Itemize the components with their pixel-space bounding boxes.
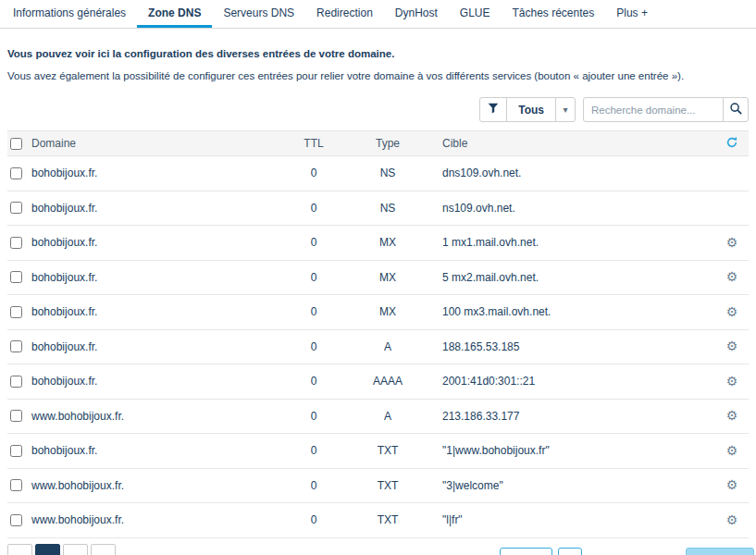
tab-t-ches-r-centes[interactable]: Tâches récentes xyxy=(502,0,606,28)
row-checkbox[interactable] xyxy=(10,376,22,388)
cell-ttl: 0 xyxy=(291,305,337,318)
row-actions-cell: ⚙ xyxy=(715,236,749,250)
partial-action-button-2[interactable] xyxy=(558,548,582,555)
pagination-page-button[interactable] xyxy=(63,544,88,555)
cell-domain: bohobijoux.fr. xyxy=(31,305,291,318)
filter-dropdown-toggle[interactable]: ▾ xyxy=(555,97,576,122)
tab-redirection[interactable]: Redirection xyxy=(305,0,384,28)
column-header-ttl[interactable]: TTL xyxy=(291,137,337,150)
row-checkbox-cell xyxy=(7,410,31,422)
refresh-button[interactable] xyxy=(715,136,749,152)
row-checkbox[interactable] xyxy=(10,306,22,318)
tab-serveurs-dns[interactable]: Serveurs DNS xyxy=(212,0,305,28)
row-checkbox-cell xyxy=(7,340,31,352)
row-checkbox[interactable] xyxy=(10,237,22,249)
search-group xyxy=(583,97,749,122)
pagination-prev-button[interactable] xyxy=(7,544,32,555)
table-row: bohobijoux.fr. 0 AAAA 2001:41d0:301::21 … xyxy=(7,364,749,400)
cell-type: TXT xyxy=(337,444,439,457)
pagination-next-button[interactable] xyxy=(91,544,116,555)
cell-domain: www.bohobijoux.fr. xyxy=(31,513,291,526)
row-actions-cell: ⚙ xyxy=(715,339,749,353)
cell-target: dns109.ovh.net. xyxy=(439,166,715,179)
row-checkbox[interactable] xyxy=(10,514,22,526)
cell-target: 1 mx1.mail.ovh.net. xyxy=(439,236,715,249)
filter-button[interactable] xyxy=(479,97,507,122)
cell-domain: bohobijoux.fr. xyxy=(31,375,291,388)
row-checkbox[interactable] xyxy=(10,410,22,422)
table-header-row: Domaine TTL Type Cible xyxy=(7,130,749,156)
intro-line1: Vous pouvez voir ici la configuration de… xyxy=(7,47,749,60)
row-actions-cell: ⚙ xyxy=(715,513,749,527)
column-header-domaine[interactable]: Domaine xyxy=(31,137,291,150)
cell-type: TXT xyxy=(337,513,439,526)
cell-domain: www.bohobijoux.fr. xyxy=(31,479,291,492)
cell-domain: www.bohobijoux.fr. xyxy=(31,410,291,423)
cell-ttl: 0 xyxy=(291,444,337,457)
row-checkbox[interactable] xyxy=(10,445,22,457)
row-actions-cell: ⚙ xyxy=(715,478,749,492)
cell-domain: bohobijoux.fr. xyxy=(31,340,291,353)
table-row: bohobijoux.fr. 0 MX 100 mx3.mail.ovh.net… xyxy=(7,295,749,330)
gear-icon[interactable]: ⚙ xyxy=(726,374,738,388)
gear-icon[interactable]: ⚙ xyxy=(726,408,738,423)
partial-action-button-1[interactable] xyxy=(500,548,552,555)
bottom-partial-buttons xyxy=(500,548,582,555)
dns-records-body: bohobijoux.fr. 0 NS dns109.ovh.net. ⚙ bo… xyxy=(7,156,749,538)
row-checkbox-cell xyxy=(7,306,31,318)
gear-icon[interactable]: ⚙ xyxy=(726,235,738,250)
dns-zone-page: Informations générales Zone DNS Serveurs… xyxy=(0,0,756,555)
gear-icon[interactable]: ⚙ xyxy=(726,512,738,527)
filter-type-dropdown[interactable]: Tous xyxy=(506,97,556,122)
magnifier-icon xyxy=(729,102,743,118)
row-checkbox[interactable] xyxy=(10,167,22,179)
tab-plus[interactable]: Plus + xyxy=(605,0,659,28)
cell-target: ns109.ovh.net. xyxy=(439,202,715,215)
gear-icon[interactable]: ⚙ xyxy=(726,304,738,319)
cell-type: MX xyxy=(337,271,439,284)
row-actions-cell: ⚙ xyxy=(715,270,749,284)
cell-target: 5 mx2.mail.ovh.net. xyxy=(439,271,715,284)
row-checkbox-cell xyxy=(7,514,31,526)
filter-type-value: Tous xyxy=(518,104,544,117)
gear-icon[interactable]: ⚙ xyxy=(726,477,738,492)
row-checkbox[interactable] xyxy=(10,202,22,214)
cell-target: 213.186.33.177 xyxy=(439,410,715,423)
row-checkbox-cell xyxy=(7,167,31,179)
row-actions-cell: ⚙ xyxy=(715,305,749,319)
partial-primary-button[interactable] xyxy=(686,548,754,555)
pagination-page-button-active[interactable] xyxy=(35,544,60,555)
tab-glue[interactable]: GLUE xyxy=(449,0,502,28)
column-header-type[interactable]: Type xyxy=(337,137,439,150)
tab-zone-dns[interactable]: Zone DNS xyxy=(137,0,212,28)
gear-icon[interactable]: ⚙ xyxy=(726,339,738,353)
table-row: www.bohobijoux.fr. 0 A 213.186.33.177 ⚙ xyxy=(7,400,749,435)
select-all-checkbox[interactable] xyxy=(10,138,22,150)
intro-line2: Vous avez également la possibilité de co… xyxy=(7,69,749,82)
row-checkbox[interactable] xyxy=(10,479,22,491)
tab-dynhost[interactable]: DynHost xyxy=(384,0,449,28)
row-actions-cell: ⚙ xyxy=(715,409,749,423)
cell-type: MX xyxy=(337,305,439,318)
cell-ttl: 0 xyxy=(291,271,337,284)
column-header-cible[interactable]: Cible xyxy=(439,137,715,150)
cell-type: MX xyxy=(337,236,439,249)
cell-type: A xyxy=(337,340,439,353)
cell-domain: bohobijoux.fr. xyxy=(31,444,291,457)
cell-domain: bohobijoux.fr. xyxy=(31,271,291,284)
cell-ttl: 0 xyxy=(291,375,337,388)
gear-icon[interactable]: ⚙ xyxy=(726,443,738,458)
search-button[interactable] xyxy=(723,97,749,122)
search-input[interactable] xyxy=(583,97,724,122)
row-checkbox[interactable] xyxy=(10,271,22,283)
cell-type: TXT xyxy=(337,479,439,492)
table-row: www.bohobijoux.fr. 0 TXT "l|fr" ⚙ xyxy=(7,503,749,538)
tab-informations-g-n-rales[interactable]: Informations générales xyxy=(2,0,137,28)
table-row: bohobijoux.fr. 0 A 188.165.53.185 ⚙ xyxy=(7,330,749,365)
gear-icon[interactable]: ⚙ xyxy=(726,269,738,284)
filter-group: Tous ▾ xyxy=(479,97,576,122)
row-checkbox[interactable] xyxy=(10,340,22,352)
row-checkbox-cell xyxy=(7,202,31,214)
cell-type: NS xyxy=(337,166,439,179)
row-checkbox-cell xyxy=(7,479,31,491)
